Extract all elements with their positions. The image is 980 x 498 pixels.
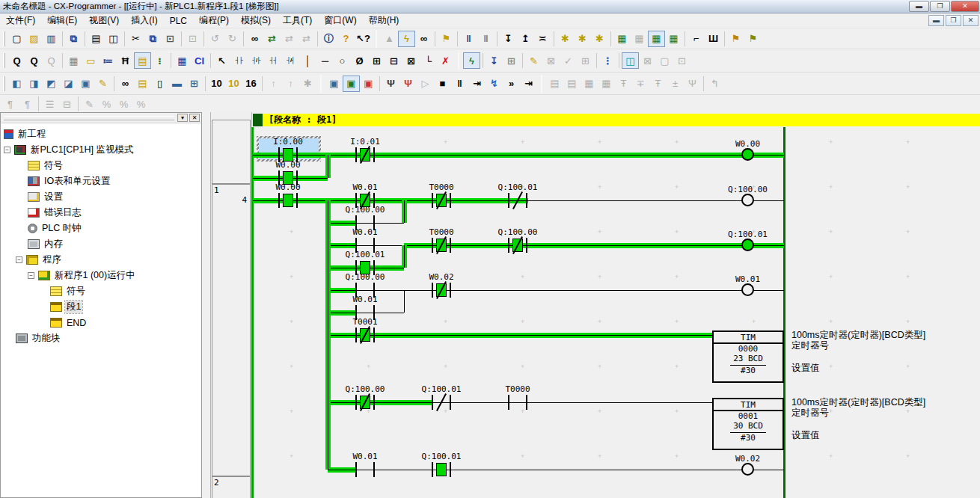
tree-item-5[interactable]: 设置 [1, 189, 201, 205]
sim-continuous-run-icon[interactable]: » [503, 76, 520, 92]
line-connect-icon[interactable]: └ [420, 52, 437, 69]
sim-step-run-icon[interactable]: ⇥ [468, 76, 486, 92]
new-contact-icon[interactable]: ┤├ [230, 52, 248, 69]
window-disabled-3-icon[interactable]: ⊡ [673, 52, 690, 69]
monitor-sparkle-icon[interactable]: ✱ [299, 76, 316, 92]
address-reference-tool-icon[interactable]: Ш [705, 31, 722, 47]
ladder-contact-nc[interactable]: Q:100.00 [355, 395, 375, 410]
edit-disabled-3-icon[interactable]: ⊞ [577, 52, 594, 69]
panel-splitter[interactable] [202, 112, 211, 498]
compile-icon[interactable]: ✱ [557, 31, 574, 47]
pen-disabled-3-icon[interactable]: % [115, 96, 132, 112]
context-help-icon[interactable]: ↖? [355, 31, 372, 47]
new-or-contact-nc-icon[interactable]: ┤/┤ [282, 52, 299, 69]
paste-special-icon[interactable]: ⊡ [184, 31, 201, 47]
io-comment-view-icon[interactable]: ▯ [151, 76, 168, 92]
pen-disabled-1-icon[interactable]: ✎ [81, 96, 98, 112]
trace-disabled-8-icon[interactable]: ± [667, 76, 684, 92]
new-fb-call-icon[interactable]: ⊠ [402, 52, 420, 69]
tim-instruction-box[interactable]: TIM000023 BCD#30 [712, 331, 784, 383]
ladder-contact-nc[interactable]: Q:100.01 [508, 193, 527, 208]
edit-comments-icon[interactable]: ✎ [525, 52, 542, 69]
ladder-coil[interactable]: W0.02 [741, 463, 754, 476]
radix-signed-decimal-icon[interactable]: 10 [225, 76, 242, 92]
trace-disabled-3-icon[interactable]: ▦ [581, 76, 598, 92]
tree-item-12[interactable]: 段1 [1, 299, 201, 315]
transfer-to-plc-icon[interactable]: ↧ [500, 31, 517, 47]
tree-item-1[interactable]: 新工程 [1, 126, 201, 142]
symbol-table-view-icon[interactable]: ▤ [134, 76, 151, 92]
restore-button[interactable]: ❐ [930, 1, 950, 12]
find-icon[interactable]: ∞ [246, 31, 263, 47]
replace-icon[interactable]: ⇄ [263, 31, 281, 47]
trace-disabled-9-icon[interactable]: Ψ [684, 76, 701, 92]
tree-item-4[interactable]: IO表和单元设置 [1, 173, 201, 189]
select-mode-icon[interactable]: ↖ [213, 52, 230, 69]
view-window-2-icon[interactable]: ◨ [25, 76, 43, 92]
new-coil-icon[interactable]: ○ [334, 52, 351, 69]
watch-sheet-icon[interactable]: ⊞ [186, 76, 203, 92]
monitor-up-2-icon[interactable]: ↑ [282, 76, 299, 92]
replace-all-icon[interactable]: ⇄ [298, 31, 315, 47]
new-coil-closed-icon[interactable]: Ø [351, 52, 368, 69]
close-button[interactable]: ✕ [951, 1, 979, 12]
tree-item-7[interactable]: PLC 时钟 [1, 221, 201, 236]
view-properties-icon[interactable]: ✎ [94, 76, 111, 92]
ladder-contact-nc[interactable]: T0000 [432, 193, 451, 208]
work-online-simulator-icon[interactable]: ϟ [398, 31, 415, 47]
list-disabled-2-icon[interactable]: ⊟ [58, 96, 76, 112]
trace-disabled-1-icon[interactable]: ▤ [546, 76, 563, 92]
rung-cell-1[interactable] [212, 120, 251, 184]
ladder-contact-nc[interactable]: I:0.01 [355, 147, 375, 162]
radix-decimal-icon[interactable]: 10 [208, 76, 225, 92]
smart-input-icon[interactable]: ▦ [174, 52, 191, 69]
mdi-restore-button[interactable]: ❐ [946, 15, 961, 26]
transfer-options-icon[interactable]: ↧ [486, 52, 503, 69]
rung-cell-3[interactable]: 2 [212, 476, 251, 498]
about-icon[interactable]: ⓘ [320, 31, 337, 47]
trace-disabled-4-icon[interactable]: ▦ [598, 76, 615, 92]
online-edit-icon[interactable]: ✱ [591, 31, 608, 47]
tree-item-11[interactable]: 符号 [1, 283, 201, 299]
simulator-icon[interactable]: ▲ [381, 31, 398, 47]
tree-expander-icon[interactable]: − [28, 272, 34, 279]
force-status-icon[interactable]: ▣ [360, 76, 377, 92]
ladder-contact-no[interactable]: Q:100.01 [432, 462, 451, 477]
zoom-fit-icon[interactable]: Q [25, 52, 43, 69]
transfer-from-plc-icon[interactable]: ↥ [517, 31, 534, 47]
protect-set-icon[interactable]: ⚑ [727, 31, 744, 47]
rung-cell-2[interactable]: 14 [212, 184, 251, 476]
ladder-coil[interactable]: W0.00 [741, 148, 754, 161]
minimize-button[interactable]: ▬ [909, 1, 929, 12]
copy-icon[interactable]: ⧉ [144, 31, 162, 47]
ladder-contact-nc[interactable]: Q:100.01 [432, 395, 451, 410]
sim-scan-run-icon[interactable]: ↯ [486, 76, 503, 92]
menu-8[interactable]: 工具(T) [277, 13, 318, 28]
new-instruction-detail-icon[interactable]: ⊟ [385, 52, 402, 69]
trace-disabled-2-icon[interactable]: ▤ [563, 76, 581, 92]
protect-release-icon[interactable]: ⚑ [744, 31, 762, 47]
ladder-contact-no[interactable]: W0.01 [355, 462, 375, 477]
output-window-icon[interactable]: ▬ [168, 76, 186, 92]
tree-expander-icon[interactable]: − [16, 256, 22, 263]
tree-item-6[interactable]: 错误日志 [1, 205, 201, 221]
mnemonic-view-icon[interactable]: ∞ [117, 76, 134, 92]
new-horizontal-line-icon[interactable]: ─ [316, 52, 334, 69]
io-table-icon[interactable]: ▦ [613, 31, 631, 47]
trace-disabled-7-icon[interactable]: Ŧ [649, 76, 667, 92]
line-delete-icon[interactable]: ✗ [437, 52, 454, 69]
unit-setup-icon[interactable]: ▦ [631, 31, 648, 47]
view-window-5-icon[interactable]: ▣ [77, 76, 94, 92]
rung-list-icon[interactable]: ≔ [99, 52, 117, 69]
save-project-icon[interactable]: ▥ [43, 31, 60, 47]
edit-disabled-1-icon[interactable]: ⊠ [542, 52, 560, 69]
tree-item-13[interactable]: END [1, 315, 201, 331]
show-comments-icon[interactable]: ▭ [82, 52, 99, 69]
mdi-minimize-button[interactable]: ▬ [928, 15, 944, 26]
sim-run-icon[interactable]: ▷ [417, 76, 434, 92]
menu-6[interactable]: 编程(P) [193, 13, 235, 28]
zoom-out-icon[interactable]: Q [43, 52, 60, 69]
rung-monitor-icon[interactable]: Ħ [117, 52, 134, 69]
list-disabled-1-icon[interactable]: ☰ [41, 96, 58, 112]
cross-reference-icon[interactable]: ⌐ [687, 31, 705, 47]
